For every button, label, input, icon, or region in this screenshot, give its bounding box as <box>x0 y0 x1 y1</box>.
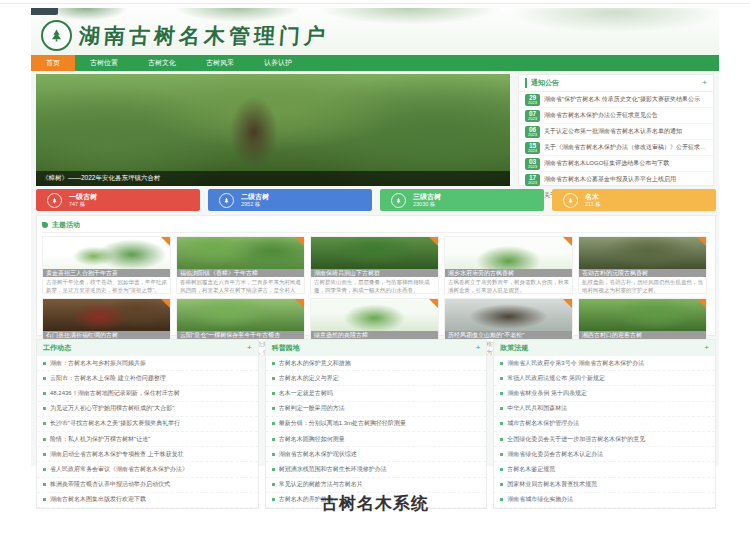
stat-card-famous[interactable]: 名木 211 株 <box>552 189 716 211</box>
gallery-title: 主题活动 <box>52 220 80 230</box>
list-item[interactable]: 古树名木的保护意义和措施 <box>266 356 487 371</box>
nav-tab-tree-location[interactable]: 古树位置 <box>75 55 133 71</box>
tree-photo <box>579 299 706 331</box>
stat-label: 二级古树 <box>241 193 269 201</box>
list-item[interactable]: 湖南启动全省古树名木保护专项检查 上千株获复壮 <box>37 447 258 462</box>
card-desc: 古枫香树立于庙旁数百年，树身需数人合围，秋来满树金黄，引来游人驻足观赏。 <box>445 277 572 293</box>
bullet-icon <box>43 483 46 486</box>
gallery-panel: 主题活动 黄金茶祖三人合抱千年古茶 古茶树千年沧桑，枝干苍劲、冠如华盖，年年吐露… <box>36 215 716 336</box>
hero-carousel[interactable]: 《樟树》——2022年安化县东坪镇六合村 <box>36 74 510 186</box>
stat-value: 23030 株 <box>413 201 441 207</box>
list-item[interactable]: 全国绿化委员会关于进一步加强古树名木保护的意见 <box>494 432 715 447</box>
list-item[interactable]: 树冠滴水线范围和古树生长环境修护办法 <box>266 462 487 477</box>
bullet-icon <box>500 483 503 486</box>
card-title: 苍劲古朴的沅陵古枫香树 <box>579 269 706 277</box>
nav-tab-adoption[interactable]: 认养认护 <box>249 55 307 71</box>
list-item[interactable]: 中华人民共和国森林法 <box>494 402 715 417</box>
gallery-card[interactable]: 福临浏阳镇《香樟》千年古樟 香樟树冠覆盖近六百平方米，三百多年来为村民遮风挡雨，… <box>176 236 305 294</box>
item-text: 古树名木的定义与界定 <box>279 374 481 383</box>
site-title: 湖南古树名木管理门户 <box>78 22 330 50</box>
list-item[interactable]: 城市古树名木保护管理办法 <box>494 417 715 432</box>
date-badge: 032023 <box>525 158 540 170</box>
notice-item[interactable]: 292023 湖南省"保护古树名木 传承历史文化"摄影大赛获奖结果公示 <box>519 92 713 108</box>
bullet-icon <box>43 377 46 380</box>
card-title: 湘西古村口的迎客古树 <box>579 331 706 339</box>
portal-website: 湖南古树名木管理门户 首页 古树位置 古树文化 古树风采 认养认护 《樟树》——… <box>31 8 719 466</box>
list-item[interactable]: 古树名木的定义与界定 <box>266 371 487 386</box>
panel-title: 科普园地 <box>272 343 300 353</box>
screenshot-canvas: 湖南古树名木管理门户 首页 古树位置 古树文化 古树风采 认养认护 《樟树》——… <box>0 0 750 552</box>
list-item[interactable]: 湖南省林业条例 第十四条规定 <box>494 386 715 401</box>
corner-ribbon-icon <box>295 237 304 246</box>
bullet-icon <box>272 438 275 441</box>
bullet-icon <box>272 483 275 486</box>
gallery-card[interactable]: 湖南保靖吕洞山下古树群 古树群依山而生，层层叠叠，与苗寨梯田相映成趣，四季常青，… <box>310 236 439 294</box>
stat-card-grade3[interactable]: 三级古树 23030 株 <box>380 189 544 211</box>
bullet-icon <box>500 377 503 380</box>
list-item[interactable]: 湖南省古树名木保护现状综述 <box>266 447 487 462</box>
item-text: 古树名木圆胸径如何测量 <box>279 435 481 444</box>
notice-item[interactable]: 152023 关于《湖南省古树名木保护办法（修改送审稿）》公开征求意见的通知 <box>519 140 713 156</box>
list-item[interactable]: 48.2436！湖南古树地图记录刷新，保住村庄古树 <box>37 386 258 401</box>
item-text: 湖南：古树名木与乡村振兴同频共振 <box>50 359 252 368</box>
list-item[interactable]: 常见认定的树龄方法与古树名片 <box>266 478 487 493</box>
top-divider <box>0 3 750 4</box>
list-item[interactable]: 古树名木圆胸径如何测量 <box>266 432 487 447</box>
item-text: 常见认定的树龄方法与古树名片 <box>279 480 481 489</box>
list-item[interactable]: 湖南：古树名木与乡村振兴同频共振 <box>37 356 258 371</box>
list-item[interactable]: 古树判定一般采用的方法 <box>266 402 487 417</box>
list-item[interactable]: 为见证万人初心守护她用棵古树组成的"大合影" <box>37 402 258 417</box>
gallery-card[interactable]: 湘乡水府庙旁的古枫香树 古枫香树立于庙旁数百年，树身需数人合围，秋来满树金黄，引… <box>444 236 573 294</box>
nav-tab-tree-style[interactable]: 古树风采 <box>191 55 249 71</box>
corner-ribbon-icon <box>563 299 572 308</box>
notices-title: 通知公告 <box>525 78 559 88</box>
card-title: 黄金茶祖三人合抱千年古茶 <box>43 269 170 277</box>
leaf-icon <box>42 222 48 228</box>
list-item[interactable]: 省人民政府常务会审议《湖南省古树名木保护办法》 <box>37 462 258 477</box>
date-badge: 072023 <box>525 110 540 122</box>
notices-more-icon[interactable]: + <box>702 79 707 87</box>
date-badge: 062023 <box>525 126 540 138</box>
panel-title: 工作动态 <box>43 343 71 353</box>
list-item[interactable]: 株洲炎帝陵古银杏认养申报活动举办启动仪式 <box>37 478 258 493</box>
notice-item[interactable]: 062023 关于认定公布第一批湖南省古树名木认养名单的通知 <box>519 124 713 140</box>
stat-label: 三级古树 <box>413 193 441 201</box>
more-icon[interactable]: + <box>704 344 709 352</box>
item-text: 常德人民政府法规公布 第四个新规定 <box>507 374 709 383</box>
more-icon[interactable]: + <box>247 344 252 352</box>
list-item[interactable]: 古树名木鉴定规范 <box>494 462 715 477</box>
notice-text: 湖南省"保护古树名木 传承历史文化"摄影大赛获奖结果公示 <box>544 95 707 104</box>
list-item[interactable]: 云阳市：古树名木上保险 建立补偿问题整理 <box>37 371 258 386</box>
main-nav: 首页 古树位置 古树文化 古树风采 认养认护 <box>31 55 719 71</box>
list-item[interactable]: 长沙市"寻找古树名木之美"摄影大赛颁奖典礼举行 <box>37 417 258 432</box>
list-item[interactable]: 常德人民政府法规公布 第四个新规定 <box>494 371 715 386</box>
notice-item[interactable]: 072023 湖南省古树名木保护办法公开征求意见公告 <box>519 108 713 124</box>
item-text: 长沙市"寻找古树名木之美"摄影大赛颁奖典礼举行 <box>50 419 252 428</box>
notice-item[interactable]: 172023 湖南省古树名木公募基金申报及认养平台上线启用 <box>519 172 713 188</box>
card-title: 石门县挂满祈福红绸的古树 <box>43 331 170 339</box>
stat-card-grade1[interactable]: 一级古树 747 株 <box>36 189 200 211</box>
notice-text: 关于《湖南省古树名木保护办法（修改送审稿）》公开征求意见的通知 <box>544 143 707 152</box>
stat-card-grade2[interactable]: 二级古树 2952 株 <box>208 189 372 211</box>
list-item[interactable]: 险情：私人机为保护万棵古树林"让道" <box>37 432 258 447</box>
nav-tab-home[interactable]: 首页 <box>31 55 75 71</box>
list-item[interactable]: 最新分级：分别以离地1.3m处古树胸径径阶测量 <box>266 417 487 432</box>
list-item[interactable]: 国家林业局古树名木普查技术规范 <box>494 478 715 493</box>
list-item[interactable]: 湖南省人民政府令第3号令 湖南省古树名木保护办法 <box>494 356 715 371</box>
nav-tab-tree-culture[interactable]: 古树文化 <box>133 55 191 71</box>
bullet-icon <box>500 392 503 395</box>
tree-circle-icon <box>219 193 234 208</box>
gallery-card[interactable]: 苍劲古朴的沅陵古枫香树 虬枝盘曲，苍劲古朴，历经风雨仍然生机盎然，当地村民视之为… <box>578 236 707 294</box>
corner-ribbon-icon <box>697 299 706 308</box>
more-icon[interactable]: + <box>476 344 481 352</box>
tree-photo <box>177 237 304 269</box>
item-text: 湖南省绿化委员会古树名木认定办法 <box>507 450 709 459</box>
card-title: 历经风霜傲立山巅的"不老松" <box>445 331 572 339</box>
list-item[interactable]: 名木一定就是古树吗 <box>266 386 487 401</box>
list-item[interactable]: 湖南省绿化委员会古树名木认定办法 <box>494 447 715 462</box>
tree-photo <box>43 237 170 269</box>
bottom-columns: 工作动态 + 湖南：古树名木与乡村振兴同频共振 云阳市：古树名木上保险 建立补偿… <box>36 339 716 509</box>
notice-item[interactable]: 032023 湖南省古树名木LOGO征集评选结果公布与下载 <box>519 156 713 172</box>
gallery-card[interactable]: 黄金茶祖三人合抱千年古茶 古茶树千年沧桑，枝干苍劲、冠如华盖，年年吐露新芽，见证… <box>42 236 171 294</box>
bullet-icon <box>500 422 503 425</box>
